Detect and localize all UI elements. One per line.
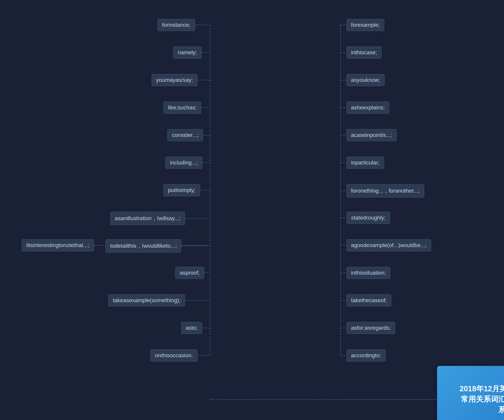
right-node-r12: asfor;asregards;	[347, 322, 395, 334]
right-node-r9: agoodexample(of...)wouldbe...;	[347, 239, 431, 251]
left-node-l3: youmayas/say;	[152, 74, 198, 86]
left-node-l2: namely;	[173, 47, 202, 59]
center-node: 2018年12月英语四级作文 常用关系词汇总：举例关 系	[437, 366, 504, 420]
left-node-l14: onthisoccasion.	[150, 349, 198, 361]
right-node-r6: inparticular;	[347, 157, 384, 169]
left-node-l1: forinstance;	[157, 19, 195, 31]
right-node-r4: asheexplains;	[347, 101, 389, 114]
left-node-l6: including...;	[165, 157, 202, 169]
right-node-r13: accordingto;	[347, 349, 386, 361]
right-node-r10: inthissituation;	[347, 267, 390, 279]
right-node-r7: foronething...，foranother...;	[347, 184, 424, 197]
right-node-r5: acaseinpointis...;	[347, 129, 397, 141]
left-node-l7: putitsimply;	[163, 184, 200, 196]
mind-map: 2018年12月英语四级作文 常用关系词汇总：举例关 系 forinstance…	[0, 0, 504, 420]
right-node-r8: statedroughly;	[347, 212, 390, 224]
right-node-r3: asyouknow;	[347, 74, 385, 86]
right-node-r11: takethecaseof;	[347, 294, 391, 307]
connector-lines	[0, 0, 504, 420]
right-node-r2: inthiscase;	[347, 47, 382, 59]
left-node-l11: asproof;	[175, 267, 204, 279]
left-node-l10: todetailthis，Iwouldliketo...;	[106, 239, 181, 253]
left-node-l12: takeasexample(something);	[108, 294, 185, 307]
right-node-r1: forexample;	[347, 19, 384, 31]
left-node-l5: consider...;	[167, 129, 203, 141]
left-node-l8: asanillustration，Iwillsay...;	[110, 212, 185, 225]
left-node-l9: Itisinterestingtonotethat...;	[22, 239, 94, 251]
left-node-l4: like;suchas;	[163, 101, 201, 114]
left-node-l13: asto;	[181, 322, 202, 334]
